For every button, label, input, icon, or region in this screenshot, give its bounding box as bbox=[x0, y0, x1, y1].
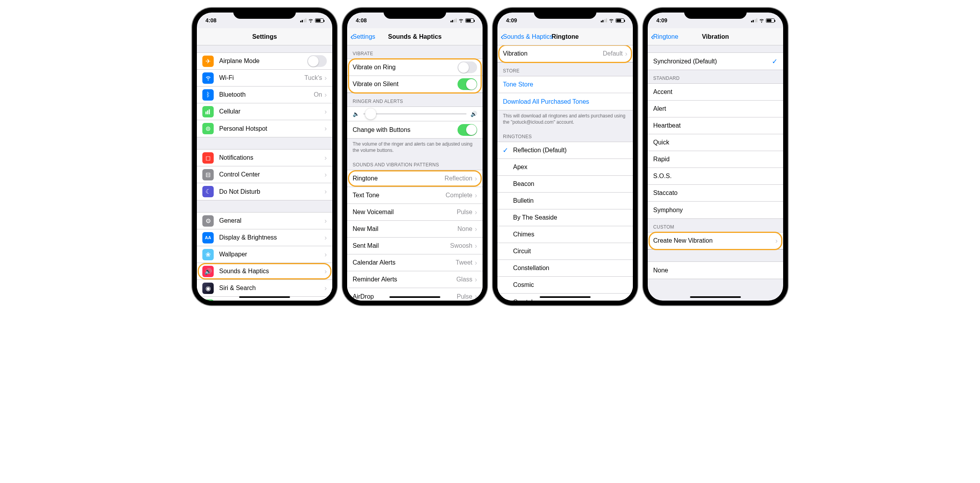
row-vibration-item[interactable]: Symphony bbox=[648, 202, 783, 218]
row-reminder-alerts[interactable]: Reminder AlertsGlass› bbox=[347, 271, 483, 288]
nav-bar: ‹Settings Sounds & Haptics bbox=[347, 28, 483, 45]
dnd-icon: ☾ bbox=[202, 186, 214, 197]
row-wifi[interactable]: Wi-Fi Tuck's › bbox=[197, 70, 332, 87]
row-ringtone-item[interactable]: ✓Reflection (Default) bbox=[497, 142, 633, 159]
vibrate-ring-toggle[interactable] bbox=[458, 61, 477, 73]
row-volume-slider[interactable]: 🔈 🔊 bbox=[347, 107, 483, 121]
row-ringtone-item[interactable]: ✓Constellation bbox=[497, 260, 633, 277]
status-indicators bbox=[601, 18, 625, 23]
row-vibrate-ring[interactable]: Vibrate on Ring bbox=[347, 59, 483, 76]
svg-rect-0 bbox=[205, 112, 207, 114]
airplane-toggle[interactable] bbox=[307, 55, 327, 67]
back-button[interactable]: ‹Settings bbox=[350, 32, 375, 41]
checkmark-icon: ✓ bbox=[501, 146, 510, 155]
wifi-icon bbox=[759, 18, 764, 23]
phone-4: 4:09 ‹Ringtone Vibration Synchronized (D… bbox=[643, 8, 788, 305]
row-airplane-mode[interactable]: ✈︎ Airplane Mode bbox=[197, 53, 332, 70]
row-display[interactable]: AA Display & Brightness › bbox=[197, 229, 332, 246]
row-synchronized[interactable]: Synchronized (Default) ✓ bbox=[648, 53, 783, 70]
row-new-voicemail[interactable]: New VoicemailPulse› bbox=[347, 204, 483, 221]
row-wallpaper[interactable]: ❀ Wallpaper › bbox=[197, 246, 332, 263]
vibrate-silent-toggle[interactable] bbox=[458, 78, 477, 90]
row-sent-mail[interactable]: Sent MailSwoosh› bbox=[347, 238, 483, 254]
row-change-buttons[interactable]: Change with Buttons bbox=[347, 121, 483, 138]
chevron-right-icon: › bbox=[475, 292, 477, 301]
chevron-right-icon: › bbox=[324, 171, 327, 179]
chevron-right-icon: › bbox=[324, 154, 327, 162]
row-vibration-item[interactable]: Alert bbox=[648, 101, 783, 117]
row-ringtone-item[interactable]: ✓By The Seaside bbox=[497, 209, 633, 226]
back-button[interactable]: ‹Ringtone bbox=[651, 32, 678, 41]
row-calendar-alerts[interactable]: Calendar AlertsTweet› bbox=[347, 254, 483, 271]
chevron-right-icon: › bbox=[775, 237, 778, 245]
battery-icon bbox=[465, 18, 474, 23]
row-hotspot[interactable]: ⊚ Personal Hotspot › bbox=[197, 120, 332, 137]
row-ringtone-item[interactable]: ✓Chimes bbox=[497, 226, 633, 243]
status-time: 4:08 bbox=[356, 17, 367, 23]
row-sounds-haptics[interactable]: 🔊 Sounds & Haptics › bbox=[197, 263, 332, 280]
home-indicator[interactable] bbox=[690, 296, 741, 298]
home-indicator[interactable] bbox=[389, 296, 440, 298]
row-bluetooth[interactable]: ᛒ Bluetooth On › bbox=[197, 87, 332, 103]
row-vibration-item[interactable]: Accent bbox=[648, 84, 783, 101]
row-airdrop[interactable]: AirDropPulse› bbox=[347, 288, 483, 301]
home-indicator[interactable] bbox=[239, 296, 290, 298]
chevron-right-icon: › bbox=[324, 267, 327, 276]
row-notifications[interactable]: ◻︎ Notifications › bbox=[197, 150, 332, 166]
wifi-icon bbox=[308, 18, 313, 23]
sounds-list[interactable]: VIBRATE Vibrate on Ring Vibrate on Silen… bbox=[347, 45, 483, 301]
row-vibration[interactable]: Vibration Default › bbox=[497, 45, 633, 62]
sounds-icon: 🔊 bbox=[202, 266, 214, 277]
footer-download: This will download all ringtones and ale… bbox=[497, 110, 633, 128]
chevron-right-icon: › bbox=[475, 225, 477, 233]
status-time: 4:08 bbox=[205, 17, 216, 23]
change-buttons-toggle[interactable] bbox=[458, 124, 477, 136]
row-ringtone-item[interactable]: ✓Apex bbox=[497, 159, 633, 176]
row-none[interactable]: None bbox=[648, 262, 783, 279]
settings-list[interactable]: ✈︎ Airplane Mode Wi-Fi Tuck's › ᛒ Blueto… bbox=[197, 45, 332, 301]
row-ringtone-item[interactable]: ✓Bulletin bbox=[497, 193, 633, 209]
wifi-icon bbox=[609, 18, 614, 23]
row-siri[interactable]: ◉ Siri & Search › bbox=[197, 280, 332, 297]
screen-sounds-haptics: 4:08 ‹Settings Sounds & Haptics VIBRATE … bbox=[347, 13, 483, 301]
battery-icon bbox=[315, 18, 324, 23]
row-create-vibration[interactable]: Create New Vibration › bbox=[648, 232, 783, 249]
ringtone-list[interactable]: Vibration Default › STORE Tone Store Dow… bbox=[497, 45, 633, 301]
speaker-low-icon: 🔈 bbox=[353, 111, 359, 117]
row-ringtone-item[interactable]: ✓Circuit bbox=[497, 243, 633, 260]
row-vibration-item[interactable]: Rapid bbox=[648, 151, 783, 168]
row-vibration-item[interactable]: Staccato bbox=[648, 185, 783, 202]
chevron-right-icon: › bbox=[324, 124, 327, 133]
gear-icon: ⚙︎ bbox=[202, 215, 214, 227]
signal-icon bbox=[450, 18, 457, 22]
chevron-right-icon: › bbox=[475, 242, 477, 250]
row-ringtone-item[interactable]: ✓Cosmic bbox=[497, 277, 633, 294]
row-text-tone[interactable]: Text ToneComplete› bbox=[347, 187, 483, 204]
vibration-list[interactable]: Synchronized (Default) ✓ STANDARD Accent… bbox=[648, 45, 783, 301]
home-indicator[interactable] bbox=[540, 296, 591, 298]
row-vibration-item[interactable]: Quick bbox=[648, 134, 783, 151]
row-new-mail[interactable]: New MailNone› bbox=[347, 221, 483, 238]
svg-rect-2 bbox=[209, 109, 210, 114]
row-ringtone-item[interactable]: ✓Beacon bbox=[497, 176, 633, 193]
header-store: STORE bbox=[497, 63, 633, 76]
row-control-center[interactable]: ⊟ Control Center › bbox=[197, 166, 332, 183]
nav-bar: Settings bbox=[197, 28, 332, 45]
row-tone-store[interactable]: Tone Store bbox=[497, 76, 633, 93]
back-button[interactable]: ‹Sounds & Haptics bbox=[501, 32, 553, 41]
wifi-row-icon bbox=[202, 72, 214, 84]
row-general[interactable]: ⚙︎ General › bbox=[197, 213, 332, 229]
row-dnd[interactable]: ☾ Do Not Disturb › bbox=[197, 183, 332, 200]
svg-rect-1 bbox=[207, 110, 208, 114]
chevron-right-icon: › bbox=[475, 191, 477, 200]
row-vibration-item[interactable]: S.O.S. bbox=[648, 168, 783, 185]
row-cellular[interactable]: Cellular › bbox=[197, 103, 332, 120]
chevron-right-icon: › bbox=[475, 276, 477, 284]
row-ringtone[interactable]: Ringtone Reflection › bbox=[347, 170, 483, 187]
row-vibration-item[interactable]: Heartbeat bbox=[648, 117, 783, 134]
cellular-icon bbox=[202, 106, 214, 117]
header-ringtones: RINGTONES bbox=[497, 128, 633, 142]
row-download-tones[interactable]: Download All Purchased Tones bbox=[497, 93, 633, 110]
row-vibrate-silent[interactable]: Vibrate on Silent bbox=[347, 76, 483, 93]
volume-slider[interactable] bbox=[363, 114, 467, 114]
